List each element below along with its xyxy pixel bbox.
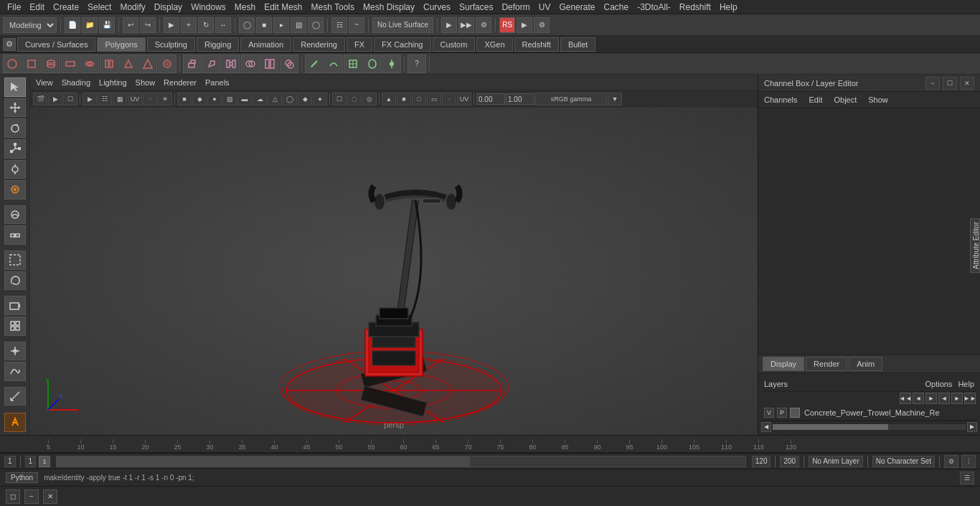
layer-item[interactable]: V P Concrete_Power_Trowel_Machine_Re [761, 405, 977, 421]
scale-btn[interactable]: ↔ [215, 17, 231, 33]
cb-tab-object[interactable]: Object [831, 94, 859, 106]
poly-cube-btn[interactable]: ■ [256, 17, 272, 33]
vp-light-btn[interactable]: ☀ [158, 93, 172, 106]
snap-grid-btn[interactable]: ☷ [331, 17, 347, 33]
tab-fx[interactable]: FX [347, 37, 372, 52]
vp-obj-btn[interactable]: ■ [397, 93, 411, 106]
tab-curves-surfaces[interactable]: Curves / Surfaces [17, 37, 95, 52]
move-tool-btn[interactable] [4, 98, 26, 118]
vp-ambient-btn[interactable]: ◯ [283, 93, 297, 106]
vp-menu-renderer[interactable]: Renderer [164, 78, 197, 87]
bt-tab-anim[interactable]: Anim [849, 357, 882, 371]
render-settings-btn[interactable]: ⚙ [476, 17, 491, 33]
rs-btn3[interactable]: ⚙ [534, 17, 550, 33]
vp-shadow-btn[interactable]: △ [268, 93, 282, 106]
cb-expand-btn[interactable]: ☐ [943, 77, 957, 90]
paint-select-btn[interactable] [4, 250, 26, 270]
render-seq-btn[interactable]: ▶▶ [458, 17, 474, 33]
measure-btn[interactable] [4, 387, 26, 406]
layer-arrow-back2[interactable]: ◄ [938, 393, 950, 404]
rotate-tool-btn[interactable] [4, 118, 26, 138]
scroll-right-btn[interactable]: ▶ [967, 422, 977, 432]
menu-modify[interactable]: Modify [116, 0, 149, 14]
shelf-torus[interactable] [80, 55, 99, 73]
vp-menu-show[interactable]: Show [136, 78, 156, 87]
curves-btn[interactable] [4, 362, 26, 381]
vp-camera-btn[interactable]: 🎬 [33, 93, 47, 106]
shelf-sphere[interactable] [3, 55, 22, 73]
layer-playback[interactable]: P [777, 408, 787, 418]
menu-edit-mesh[interactable]: Edit Mesh [260, 0, 306, 14]
bt-tab-render[interactable]: Render [806, 357, 847, 371]
tab-rigging[interactable]: Rigging [197, 37, 239, 52]
menu-mesh-display[interactable]: Mesh Display [359, 0, 419, 14]
shelf-cube[interactable] [22, 55, 41, 73]
layer-arrow-back-back[interactable]: ◄◄ [900, 393, 911, 404]
vp-menu-shading[interactable]: Shading [62, 78, 90, 87]
poly-torus-btn[interactable]: ◯ [308, 17, 324, 33]
save-scene-btn[interactable]: 💾 [99, 17, 115, 33]
vp-xray2-btn[interactable]: ◎ [362, 93, 377, 106]
3d-scene[interactable]: x y z persp [30, 108, 758, 435]
vp-arrow-btn[interactable]: ▶ [83, 93, 97, 106]
vp-uvbtn[interactable]: UV [128, 93, 142, 106]
camera-btn[interactable] [4, 296, 26, 315]
rs-btn2[interactable]: ▶ [517, 17, 532, 33]
max-frame-field[interactable]: 200 [780, 456, 799, 467]
cb-tab-show[interactable]: Show [865, 94, 891, 106]
snap-btn[interactable] [4, 342, 26, 361]
vp-iso-btn[interactable]: ☐ [332, 93, 347, 106]
vp-menu-lighting[interactable]: Lighting [99, 78, 127, 87]
undo-btn[interactable]: ↩ [123, 17, 138, 33]
soft-select-btn[interactable] [4, 180, 26, 200]
vp-ao-btn[interactable]: ◆ [298, 93, 312, 106]
layers-opt-options[interactable]: Options [925, 380, 952, 388]
show-manip-btn[interactable] [4, 225, 26, 245]
menu-edit[interactable]: Edit [25, 0, 49, 14]
vp-grid-btn[interactable]: ☷ [98, 93, 112, 106]
menu-uv[interactable]: UV [534, 0, 555, 14]
poly-cyl-btn[interactable]: ▸ [273, 17, 289, 33]
vp-manip-btn[interactable]: ▲ [382, 93, 396, 106]
layer-arrow-back[interactable]: ◄ [913, 393, 924, 404]
tab-settings-btn[interactable]: ⚙ [3, 38, 16, 51]
status-settings-btn[interactable]: ⚙ [944, 455, 958, 468]
vp-sel-btn[interactable]: ▦ [113, 93, 127, 106]
menu-3dtall[interactable]: -3DtoAll- [633, 0, 675, 14]
vp-tex-btn[interactable]: ▧ [222, 93, 237, 106]
shelf-prism[interactable] [119, 55, 138, 73]
scroll-left-btn[interactable]: ◀ [761, 422, 771, 432]
frame-field-1[interactable]: 1 [4, 456, 16, 467]
no-live-surface-btn[interactable]: No Live Surface [372, 17, 433, 33]
shelf-lattice[interactable] [344, 55, 362, 73]
frame-field-2[interactable]: 1 [25, 456, 37, 467]
shelf-separate[interactable] [260, 55, 279, 73]
attr-editor-tab[interactable]: Attribute Editor [970, 218, 980, 273]
rs-btn1[interactable]: RS [499, 17, 515, 33]
mode-dropdown[interactable]: Modeling [3, 17, 57, 33]
shelf-pyramid[interactable] [138, 55, 157, 73]
rotate-btn[interactable]: ↻ [198, 17, 214, 33]
cb-float-btn[interactable]: ✕ [960, 77, 974, 90]
shelf-bridge[interactable] [222, 55, 240, 73]
select-tool-btn[interactable] [4, 78, 26, 97]
shelf-boolean[interactable] [280, 55, 298, 73]
new-scene-btn[interactable]: 📄 [65, 17, 80, 33]
component-btn[interactable] [4, 317, 26, 336]
menu-deform[interactable]: Deform [497, 0, 534, 14]
cb-close-btn[interactable]: − [925, 77, 940, 90]
menu-help[interactable]: Help [715, 0, 742, 14]
menu-surfaces[interactable]: Surfaces [455, 0, 497, 14]
vp-menu-panels[interactable]: Panels [205, 78, 230, 87]
shelf-joint[interactable] [382, 55, 401, 73]
vp-shade2-btn[interactable]: ● [207, 93, 222, 106]
menu-generate[interactable]: Generate [555, 0, 599, 14]
vp-wire-btn[interactable]: ■ [177, 93, 192, 106]
poly-sphere-btn[interactable]: ◯ [239, 17, 255, 33]
shelf-pipe[interactable] [100, 55, 118, 73]
status-more-btn[interactable]: ⋮ [961, 455, 976, 468]
tab-bullet[interactable]: Bullet [560, 37, 596, 52]
bt-tab-display[interactable]: Display [763, 357, 804, 371]
snap-curve-btn[interactable]: ~ [349, 17, 364, 33]
redo-btn[interactable]: ↪ [140, 17, 156, 33]
